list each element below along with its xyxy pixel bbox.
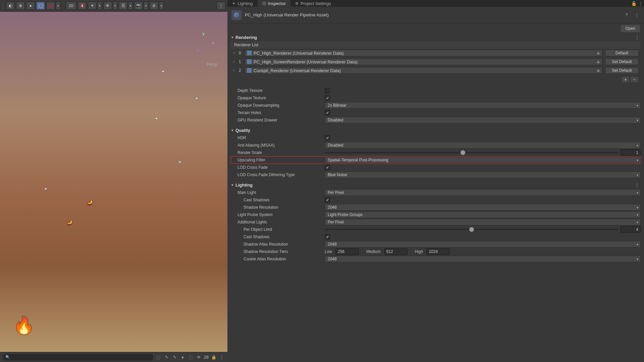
remove-button[interactable]: − xyxy=(630,76,639,83)
shading-mode-btn[interactable]: ◐ xyxy=(6,2,15,10)
footer-menu-icon[interactable]: ⋮ xyxy=(219,354,225,360)
asset-header: PC_High (Universal Render Pipeline Asset… xyxy=(227,7,644,23)
gpu-drawer-dropdown[interactable]: Disabled xyxy=(325,117,641,123)
tier-low-input[interactable] xyxy=(335,248,359,255)
list-index: 0 xyxy=(238,51,242,55)
lock-icon[interactable]: 🔓 xyxy=(631,0,637,7)
main-light-dropdown[interactable]: Per Pixel xyxy=(325,189,641,196)
lamp-icon: 🪔 xyxy=(87,200,93,205)
visibility-btn[interactable]: 👁 xyxy=(103,2,112,10)
gizmos-btn[interactable]: ⊚ xyxy=(150,2,158,10)
atlas-res-dropdown[interactable]: 2048 xyxy=(325,241,641,248)
tab-project-settings[interactable]: ⚙Project Settings xyxy=(290,0,336,7)
lod-dither-dropdown[interactable]: Blue Noise xyxy=(325,171,641,178)
drag-handle-icon[interactable]: ≡ xyxy=(233,68,235,73)
cookie-label: Cookie Atlas Resolution xyxy=(231,257,325,261)
shading-solid-btn[interactable]: ● xyxy=(26,2,35,10)
hdr-checkbox[interactable] xyxy=(325,135,330,141)
section-menu-icon[interactable]: ⋮ xyxy=(634,35,641,40)
hdr-label: HDR xyxy=(231,136,325,140)
tier-high-label: High xyxy=(415,249,423,254)
gizmos-dropdown[interactable]: ▾ xyxy=(159,2,164,10)
light-icon: ☀ xyxy=(154,116,159,121)
audio-btn[interactable]: 🔇 xyxy=(78,2,87,10)
mode-2d-btn[interactable]: 2D xyxy=(66,2,76,10)
scene-viewport[interactable]: y x z Persp ☀ ☀ ☀ ☀ ☀ 🪔 🪔 🔥 xyxy=(0,12,227,352)
footer-icon[interactable]: ⬚ xyxy=(188,354,194,360)
help-icon[interactable]: ? xyxy=(623,12,630,18)
quality-header[interactable]: ▼ Quality xyxy=(231,126,641,134)
shading-lit-btn[interactable]: ◯ xyxy=(36,2,45,10)
add-lights-dropdown[interactable]: Per Pixel xyxy=(325,219,641,225)
urp-asset-icon xyxy=(231,10,241,20)
foldout-icon: ▼ xyxy=(231,183,235,187)
ml-shadow-res-dropdown[interactable]: 2048 xyxy=(325,204,641,211)
cookie-dropdown[interactable]: 2048 xyxy=(325,256,641,262)
terrain-holes-checkbox[interactable] xyxy=(325,110,330,115)
layers-dropdown[interactable]: ▾ xyxy=(128,2,133,10)
per-obj-slider[interactable] xyxy=(325,229,619,230)
fire-icon: 🔥 xyxy=(13,316,34,335)
panel-menu-btn[interactable]: ⋮ xyxy=(217,2,225,10)
upscaling-dropdown[interactable]: Spatial-Temporal Post-Processing xyxy=(325,157,641,163)
tiers-label: Shadow Resolution Tiers xyxy=(231,249,325,254)
opaque-texture-checkbox[interactable] xyxy=(325,95,330,101)
tab-lighting[interactable]: ☀Lighting xyxy=(227,0,258,7)
foldout-icon: ▼ xyxy=(231,36,235,39)
debug-btn[interactable]: 🐞 xyxy=(46,2,55,10)
al-shadows-label: Cast Shadows xyxy=(231,235,325,239)
camera-dropdown[interactable]: ▾ xyxy=(144,2,148,10)
lod-dither-label: LOD Cross Fade Dithering Type xyxy=(231,172,325,177)
footer-icon[interactable]: ● xyxy=(180,354,186,360)
depth-texture-checkbox[interactable] xyxy=(325,88,330,93)
fx-btn[interactable]: ✦ xyxy=(88,2,97,10)
debug-dropdown[interactable]: ▾ xyxy=(56,2,60,10)
footer-icon[interactable]: ✎ xyxy=(164,354,170,360)
camera-btn[interactable]: 📷 xyxy=(134,2,143,10)
footer-icon[interactable]: ⬚ xyxy=(156,354,162,360)
renderer-field[interactable]: PC_High_Renderer (Universal Renderer Dat… xyxy=(245,50,602,56)
render-scale-input[interactable] xyxy=(621,149,641,156)
set-default-button[interactable]: Set Default xyxy=(605,58,639,65)
tab-inspector[interactable]: ⓘInspector xyxy=(258,0,290,7)
section-menu-icon[interactable]: ⋮ xyxy=(634,183,641,188)
gear-icon: ⚙ xyxy=(295,1,299,6)
msaa-dropdown[interactable]: Disabled xyxy=(325,142,641,149)
lighting-header[interactable]: ▼ Lighting ⋮ xyxy=(231,181,641,189)
drag-handle-icon[interactable]: ≡ xyxy=(233,59,235,64)
set-default-button[interactable]: Set Default xyxy=(605,67,639,74)
probe-dropdown[interactable]: Light Probe Groups xyxy=(325,211,641,218)
footer-icon[interactable]: ✎ xyxy=(172,354,178,360)
eye-icon[interactable]: 👁 xyxy=(196,354,202,360)
render-scale-slider[interactable] xyxy=(325,152,619,153)
axis-y-icon: y xyxy=(203,32,205,36)
ml-shadows-checkbox[interactable] xyxy=(325,197,330,203)
renderer-field[interactable]: Cockpit_Renderer (Universal Renderer Dat… xyxy=(245,67,602,74)
default-button[interactable]: Default xyxy=(605,50,639,56)
layers-btn[interactable]: ☰ xyxy=(119,2,127,10)
shading-wire-btn[interactable]: ⊕ xyxy=(16,2,25,10)
tier-high-input[interactable] xyxy=(426,248,450,255)
fx-dropdown[interactable]: ▾ xyxy=(97,2,102,10)
per-obj-input[interactable] xyxy=(621,226,641,233)
add-button[interactable]: + xyxy=(621,76,630,83)
renderer-list-header: Renderer List xyxy=(231,41,641,49)
drag-handle-icon[interactable]: ≡ xyxy=(233,51,235,55)
lock-icon[interactable]: 🔒 xyxy=(211,354,217,360)
opaque-ds-dropdown[interactable]: 2x Bilinear xyxy=(325,102,641,109)
asset-menu-icon[interactable]: ⋮ xyxy=(633,12,640,18)
visibility-dropdown[interactable]: ▾ xyxy=(113,2,117,10)
render-scale-label: Render Scale xyxy=(231,150,325,155)
tab-menu-icon[interactable]: ⋮ xyxy=(637,0,644,7)
lamp-icon: 🪔 xyxy=(67,220,73,225)
open-button[interactable]: Open xyxy=(621,25,640,32)
al-shadows-checkbox[interactable] xyxy=(325,234,330,240)
scene-search[interactable]: 🔍 xyxy=(3,354,154,361)
tier-med-input[interactable] xyxy=(384,248,408,255)
per-obj-label: Per Object Limit xyxy=(231,227,325,232)
rendering-header[interactable]: ▼ Rendering ⋮ xyxy=(231,34,641,41)
axis-gizmo[interactable]: y x z xyxy=(194,32,214,52)
lod-crossfade-checkbox[interactable] xyxy=(325,165,330,170)
atlas-res-label: Shadow Atlas Resolution xyxy=(231,242,325,247)
renderer-field[interactable]: PC_High_ScreenRenderer (Universal Render… xyxy=(245,58,602,65)
